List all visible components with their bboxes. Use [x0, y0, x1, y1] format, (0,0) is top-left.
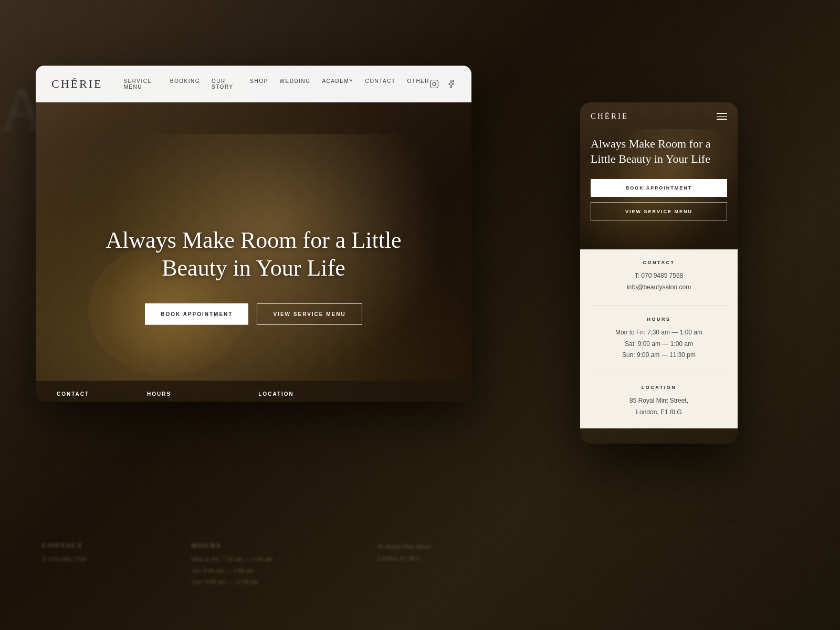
divider-2 [591, 374, 727, 374]
mobile-nav: CHÉRIE [580, 102, 738, 126]
book-appointment-button[interactable]: BOOK APPOINTMENT [145, 303, 248, 324]
mobile-hours-heading: HOURS [591, 317, 727, 322]
divider-1 [591, 306, 727, 306]
mobile-hero-title: Always Make Room for a Little Beauty in … [591, 136, 727, 166]
nav-link-service-menu[interactable]: SERVICE MENU [123, 78, 158, 90]
svg-point-1 [433, 82, 436, 86]
footer-location-details: 85 Royal Mint Street, London, E1 8LG Uni… [258, 401, 312, 402]
desktop-hero: Always Make Room for a Little Beauty in … [36, 102, 471, 402]
desktop-logo[interactable]: CHÉRIE [51, 77, 102, 91]
bg-location-col: 85 Royal Mint Street London, E1 8LG [377, 541, 430, 588]
nav-link-academy[interactable]: ACADEMY [322, 78, 353, 90]
view-service-menu-button[interactable]: VIEW SERVICE MENU [257, 303, 362, 324]
mobile-location-section: LOCATION 85 Royal Mint Street, London, E… [591, 385, 727, 418]
mobile-book-appointment-button[interactable]: BOOK APPOINTMENT [591, 179, 727, 197]
instagram-icon[interactable] [429, 79, 439, 89]
nav-link-shop[interactable]: SHOP [250, 78, 268, 90]
bg-contact-phone: T: 070 9485 7568 [42, 554, 87, 565]
mobile-location-details: 85 Royal Mint Street, London, E1 8LG [591, 395, 727, 418]
hero-content: Always Make Room for a Little Beauty in … [79, 227, 428, 325]
nav-link-wedding[interactable]: WEDDING [280, 78, 311, 90]
hamburger-line-3 [717, 119, 727, 120]
bg-contact-col: CONTACT T: 070 9485 7568 [42, 541, 87, 588]
background-info: CONTACT T: 070 9485 7568 HOURS Mon to Fr… [42, 541, 798, 588]
hero-buttons: BOOK APPOINTMENT VIEW SERVICE MENU [79, 303, 428, 324]
nav-social-icons [429, 79, 456, 89]
mobile-hours-section: HOURS Mon to Fri: 7:30 am — 1:00 am Sat:… [591, 317, 727, 361]
hamburger-line-1 [717, 113, 727, 114]
svg-point-2 [436, 82, 437, 82]
desktop-nav: CHÉRIE SERVICE MENU BOOKING OUR STORY SH… [36, 66, 471, 102]
bg-hours-text: Mon to Fri: 7:30 am — 1:00 am Sat: 9:00 … [192, 554, 272, 588]
desktop-nav-links: SERVICE MENU BOOKING OUR STORY SHOP WEDD… [123, 78, 429, 90]
mobile-hero-content: Always Make Room for a Little Beauty in … [580, 126, 738, 234]
footer-contact-heading: CONTACT [57, 391, 116, 397]
mobile-hero: CHÉRIE Always Make Room for a Little Bea… [580, 102, 738, 249]
desktop-footer: CONTACT T: 070 9485 7568 info@beautysalo… [36, 381, 471, 402]
footer-contact-details: T: 070 9485 7568 info@beautysalon.com [57, 401, 116, 402]
mobile-hours-details: Mon to Fri: 7:30 am — 1:00 am Sat: 9:00 … [591, 327, 727, 361]
facebook-icon[interactable] [446, 79, 456, 89]
nav-link-other[interactable]: OTHER [407, 78, 430, 90]
desktop-window: CHÉRIE SERVICE MENU BOOKING OUR STORY SH… [36, 66, 471, 402]
mobile-info-section: CONTACT T: 070 9485 7568 info@beautysalo… [580, 249, 738, 428]
mobile-logo[interactable]: CHÉRIE [591, 112, 628, 121]
mobile-contact-heading: CONTACT [591, 260, 727, 265]
bg-contact-heading: CONTACT [42, 541, 87, 550]
footer-hours-details: Mon to Fri: 7:30 am — 1:00 am Sat: 9:00 … [147, 401, 227, 402]
hamburger-line-2 [717, 116, 727, 117]
bg-hours-col: HOURS Mon to Fri: 7:30 am — 1:00 am Sat:… [192, 541, 272, 588]
hero-title: Always Make Room for a Little Beauty in … [79, 227, 428, 282]
mobile-contact-email: info@beautysalon.com [591, 282, 727, 293]
mobile-contact-section: CONTACT T: 070 9485 7568 info@beautysalo… [591, 260, 727, 293]
nav-link-our-story[interactable]: OUR STORY [212, 78, 238, 90]
mobile-window: CHÉRIE Always Make Room for a Little Bea… [580, 102, 738, 444]
mobile-view-service-menu-button[interactable]: VIEW SERVICE MENU [591, 202, 727, 221]
nav-link-contact[interactable]: CONTACT [365, 78, 395, 90]
bg-hours-heading: HOURS [192, 541, 272, 550]
footer-location: LOCATION 85 Royal Mint Street, London, E… [258, 391, 312, 402]
footer-hours-heading: HOURS [147, 391, 227, 397]
mobile-location-heading: LOCATION [591, 385, 727, 390]
hamburger-menu[interactable] [717, 113, 727, 120]
mobile-contact-phone: T: 070 9485 7568 [591, 270, 727, 282]
footer-contact: CONTACT T: 070 9485 7568 info@beautysalo… [57, 391, 116, 402]
footer-hours: HOURS Mon to Fri: 7:30 am — 1:00 am Sat:… [147, 391, 227, 402]
nav-link-booking[interactable]: BOOKING [170, 78, 200, 90]
footer-location-heading: LOCATION [258, 391, 312, 397]
svg-rect-0 [430, 80, 438, 88]
